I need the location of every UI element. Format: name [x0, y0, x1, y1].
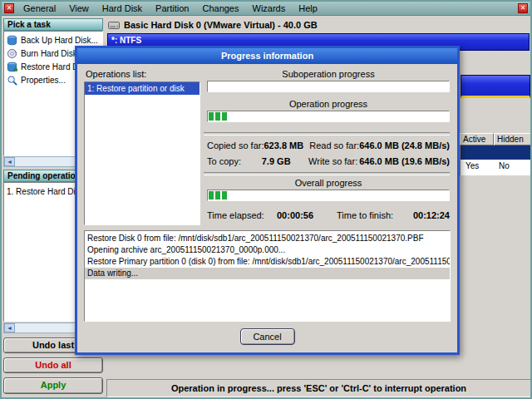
table-row-selected[interactable] [461, 145, 532, 160]
operation-progress-bar [207, 111, 450, 122]
properties-icon [7, 75, 17, 86]
backup-disk-icon [7, 35, 17, 46]
copied-value: 623.8 MB [264, 140, 309, 150]
operations-list-label: Operations list: [86, 69, 146, 79]
separator [204, 132, 450, 135]
separator [204, 172, 450, 175]
hard-disk-icon [108, 21, 120, 30]
progress-dialog: Progress information Operations list: 1:… [75, 46, 460, 355]
transfer-stats: Copied so far: 623.8 MB Read so far: 646… [207, 137, 450, 169]
time-elapsed-value: 00:00:56 [277, 210, 337, 220]
cancel-button[interactable]: Cancel [240, 328, 295, 345]
tocopy-label: To copy: [207, 156, 262, 166]
cell-hidden: No [499, 161, 510, 170]
status-bar: Operation in progress... press 'ESC' or … [106, 379, 531, 397]
read-value: 646.0 MB (24.8 MB/s) [359, 140, 450, 150]
dialog-body: Operations list: 1: Restore partition or… [77, 64, 457, 352]
time-to-finish-label: Time to finish: [337, 210, 401, 220]
cell-active: Yes [466, 161, 499, 170]
menu-wizards[interactable]: Wizards [246, 2, 293, 14]
log-line-current: Data writing... [85, 268, 450, 279]
close-icon[interactable]: ✕ [4, 3, 14, 13]
partition-label: *: NTFS [108, 34, 529, 45]
operations-listbox[interactable]: 1: Restore partition or disk [84, 81, 200, 225]
menu-general[interactable]: General [17, 2, 62, 14]
copied-label: Copied so far: [207, 140, 264, 150]
overall-progress-fill [209, 191, 228, 200]
dialog-title-bar[interactable]: Progress information [77, 48, 457, 64]
partition-bar-fragment[interactable] [461, 75, 530, 98]
table-header-hidden[interactable]: Hidden [494, 133, 532, 145]
menu-view[interactable]: View [62, 2, 96, 14]
operation-progress-label: Operation progress [207, 99, 450, 109]
menu-hard-disk[interactable]: Hard Disk [96, 2, 149, 14]
apply-button[interactable]: Apply [3, 377, 103, 394]
close-icon[interactable]: ✕ [518, 3, 528, 13]
table-body: Yes No [460, 145, 532, 175]
table-header-active[interactable]: Active [460, 133, 494, 145]
burn-disc-icon [7, 48, 17, 59]
menu-partition[interactable]: Partition [149, 2, 195, 14]
restore-disk-icon [7, 62, 17, 72]
scroll-left-icon[interactable]: ◄ [4, 157, 15, 166]
menu-bar: ✕ General View Hard Disk Partition Chang… [2, 2, 530, 16]
table-row[interactable]: Yes No [461, 160, 532, 170]
status-text: Operation in progress... press 'ESC' or … [171, 383, 466, 393]
overall-progress-bar [207, 190, 450, 201]
pending-operation-label: 1. Restore Hard Disk [7, 187, 84, 196]
operation-progress-fill [209, 112, 228, 121]
menu-changes[interactable]: Changes [195, 2, 245, 14]
task-label: Properties... [21, 76, 66, 85]
disk-title: Basic Hard Disk 0 (VMware Virtual) - 40.… [108, 20, 318, 30]
overall-progress-label: Overall progress [207, 178, 450, 188]
app-window: ✕ General View Hard Disk Partition Chang… [0, 0, 532, 399]
menu-help[interactable]: Help [292, 2, 324, 14]
undo-all-button[interactable]: Undo all [3, 357, 103, 373]
log-output[interactable]: Restore Disk 0 from file: /mnt/disk/sdb1… [84, 230, 451, 322]
menu-items: General View Hard Disk Partition Changes… [17, 2, 515, 14]
suboperation-progress-label: Suboperation progress [207, 69, 450, 79]
task-label: Back Up Hard Disk... [21, 36, 98, 45]
time-elapsed-label: Time elapsed: [207, 210, 277, 220]
disk-title-text: Basic Hard Disk 0 (VMware Virtual) - 40.… [124, 20, 318, 30]
tocopy-value: 7.9 GB [262, 156, 308, 166]
write-value: 646.0 MB (19.6 MB/s) [359, 156, 450, 166]
scroll-left-icon[interactable]: ◄ [4, 323, 15, 332]
task-backup-hard-disk[interactable]: Back Up Hard Disk... [4, 33, 102, 47]
log-line: Restore Disk 0 from file: /mnt/disk/sdb1… [85, 233, 450, 244]
time-stats: Time elapsed: 00:00:56 Time to finish: 0… [207, 207, 450, 223]
log-line: Restore Primary partition 0 (disk 0) fro… [85, 256, 450, 268]
write-label: Write so far: [308, 156, 359, 166]
suboperation-progress-bar [207, 81, 450, 92]
read-label: Read so far: [309, 140, 359, 150]
time-to-finish-value: 00:12:24 [401, 210, 450, 220]
log-line: Opening archive arc_200511150021370_0000… [85, 244, 450, 256]
operations-list-item[interactable]: 1: Restore partition or disk [85, 82, 200, 95]
pick-a-task-header: Pick a task [3, 18, 103, 31]
